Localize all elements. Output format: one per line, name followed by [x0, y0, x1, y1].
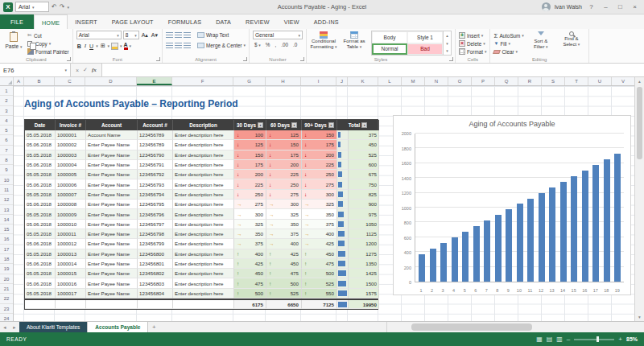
cell-anum[interactable]: 123456789: [138, 130, 173, 140]
cell-inv[interactable]: 1000004: [56, 160, 86, 170]
cell-30-days[interactable]: →325: [234, 220, 266, 229]
page-break-view-icon[interactable]: ▥: [556, 336, 563, 343]
cell-30-days[interactable]: ↓200: [234, 170, 266, 179]
cell-30-days[interactable]: ↑400: [234, 249, 266, 259]
chart-bar[interactable]: [517, 204, 523, 282]
cell-databar[interactable]: [337, 170, 349, 179]
ribbon-tab-home[interactable]: HOME: [34, 14, 68, 29]
cell-date[interactable]: 05.05.2018: [25, 150, 56, 160]
cell-anum[interactable]: 123456799: [138, 239, 173, 249]
horizontal-scrollbar[interactable]: [386, 322, 644, 332]
zoom-in-button[interactable]: +: [618, 336, 622, 343]
cell-desc[interactable]: Enter description here: [173, 289, 234, 299]
cell-90-days[interactable]: →350: [302, 209, 337, 219]
cell-desc[interactable]: Enter description here: [173, 170, 234, 179]
column-header-V[interactable]: V: [612, 77, 635, 85]
cell-date[interactable]: 05.05.2018: [25, 249, 56, 259]
fill-color-icon[interactable]: [111, 43, 118, 50]
cell-total[interactable]: 1500: [349, 278, 379, 288]
cell-inv[interactable]: 1000015: [56, 269, 86, 278]
cell-desc[interactable]: Enter description here: [173, 209, 234, 219]
cell-inv[interactable]: 1000011: [56, 229, 86, 239]
cell-databar[interactable]: [337, 278, 349, 288]
chart-bar[interactable]: [539, 193, 545, 282]
ribbon-tab-data[interactable]: DATA: [208, 14, 238, 29]
cell-anum[interactable]: 123456803: [138, 278, 173, 288]
row-header-1[interactable]: 1: [0, 86, 13, 96]
qat-customize-icon[interactable]: ▾: [67, 5, 69, 10]
user-name[interactable]: Ivan Walsh: [555, 4, 582, 10]
cell-60-days[interactable]: →375: [266, 229, 302, 239]
cell-acct[interactable]: Enter Payee Name: [86, 289, 138, 299]
cell-60-days[interactable]: ↑500: [266, 278, 302, 288]
cell-60-days[interactable]: ↓175: [266, 150, 302, 160]
cell-90-days[interactable]: ↓300: [302, 190, 337, 200]
insert-function-icon[interactable]: fx: [92, 67, 97, 73]
row-header-19[interactable]: 19: [0, 264, 13, 274]
cell-desc[interactable]: Enter description here: [173, 190, 234, 200]
gallery-up-icon[interactable]: ▴: [444, 31, 451, 39]
cell-90-days[interactable]: ↓225: [302, 160, 337, 170]
underline-button[interactable]: U: [89, 43, 94, 49]
cell-date[interactable]: 05.05.2018: [25, 269, 56, 278]
cell-date[interactable]: 05.05.2018: [25, 209, 56, 219]
aging-chart[interactable]: Aging of Accounts Payable 02004006008001…: [393, 115, 631, 295]
filter-icon[interactable]: ▾: [328, 122, 334, 128]
row-header-4[interactable]: 4: [0, 116, 13, 126]
cell-date[interactable]: 05.06.2018: [25, 239, 56, 249]
cell-blank[interactable]: [56, 300, 86, 309]
scroll-down-icon[interactable]: ▾: [635, 313, 644, 321]
cell-60-days[interactable]: ↓200: [266, 160, 302, 170]
italic-button[interactable]: I: [84, 43, 87, 49]
cell-90-days[interactable]: →400: [302, 229, 337, 239]
style-style1[interactable]: Style 1: [407, 31, 443, 43]
table-header-anum[interactable]: Account #: [138, 120, 173, 130]
cell-90-days[interactable]: ↓275: [302, 179, 337, 189]
row-header-14[interactable]: 14: [0, 215, 13, 224]
column-header-A[interactable]: A: [14, 77, 24, 85]
new-sheet-button[interactable]: +: [148, 322, 159, 332]
column-header-S[interactable]: S: [542, 77, 565, 85]
filter-icon[interactable]: ▾: [258, 122, 263, 128]
number-format-select[interactable]: General▾: [253, 31, 303, 39]
cell-inv[interactable]: 1000005: [56, 170, 86, 179]
cell-databar[interactable]: [337, 239, 349, 249]
row-header-13[interactable]: 13: [0, 205, 13, 215]
cell-30-days[interactable]: ↑500: [234, 289, 266, 299]
cell-date[interactable]: 05.05.2018: [25, 289, 56, 299]
format-as-table-button[interactable]: Format as Table ▾: [341, 31, 368, 56]
cell-desc[interactable]: Enter description here: [173, 229, 234, 239]
cell-60-days[interactable]: ↑525: [266, 289, 302, 299]
cell-inv[interactable]: 1000013: [56, 249, 86, 259]
column-header-O[interactable]: O: [448, 77, 472, 85]
column-header-I[interactable]: I: [301, 77, 336, 85]
cell-acct[interactable]: Enter Payee Name: [86, 278, 138, 288]
table-header-acct[interactable]: Account: [86, 120, 138, 130]
cell-60-days[interactable]: ↓150: [266, 140, 302, 150]
cell-90-days[interactable]: ↑550: [302, 289, 337, 299]
number-dialog-launcher[interactable]: [300, 57, 304, 61]
column-header-T[interactable]: T: [565, 77, 588, 85]
cell-date[interactable]: 05.05.2018: [25, 170, 56, 179]
help-button[interactable]: ?: [586, 3, 597, 10]
cell-date[interactable]: 05.06.2018: [25, 278, 56, 288]
filter-icon[interactable]: ▾: [361, 122, 367, 128]
cell-acct[interactable]: Enter Payee Name: [86, 190, 138, 200]
table-header-60[interactable]: 60 Days▾: [266, 120, 302, 130]
align-bottom-icon[interactable]: [184, 32, 191, 38]
chart-bar[interactable]: [582, 171, 588, 282]
cell-anum[interactable]: 123456792: [138, 170, 173, 179]
ribbon-tab-page-layout[interactable]: PAGE LAYOUT: [105, 14, 161, 29]
column-header-E[interactable]: E: [137, 77, 172, 85]
cell-anum[interactable]: 123456798: [138, 229, 173, 239]
cell-desc[interactable]: Enter description here: [173, 200, 234, 209]
decrease-decimal-button[interactable]: .0: [291, 42, 299, 47]
copy-button[interactable]: Copy ▾: [27, 39, 69, 47]
bold-button[interactable]: B: [76, 43, 82, 49]
column-header-D[interactable]: D: [85, 77, 137, 85]
sheet-tab-accounts-payable[interactable]: Accounts Payable: [87, 322, 148, 332]
cell-blank[interactable]: [138, 300, 173, 309]
cell-desc[interactable]: Enter description here: [173, 259, 234, 269]
excel-logo-icon[interactable]: X: [3, 2, 13, 12]
select-all-corner[interactable]: [0, 77, 14, 85]
